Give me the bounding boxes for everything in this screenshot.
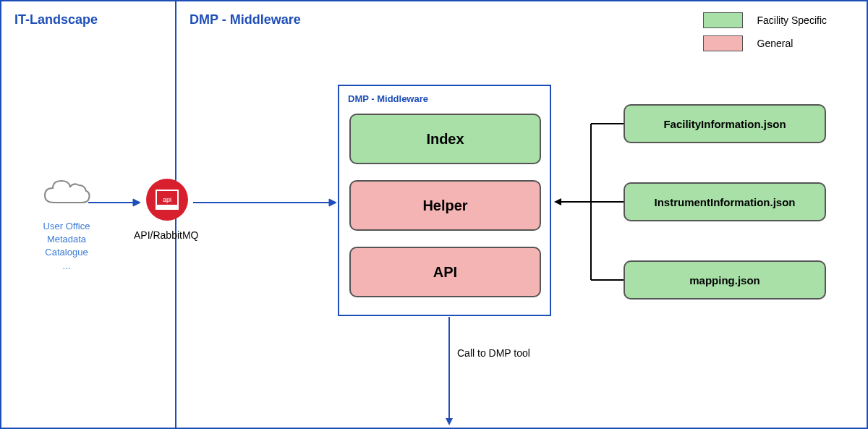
box-helper: Helper bbox=[349, 180, 541, 231]
diagram-canvas: IT-Landscape DMP - Middleware User Offic… bbox=[0, 0, 868, 429]
json-instrument-label: InstrumentInformation.json bbox=[655, 196, 796, 208]
right-section-title: DMP - Middleware bbox=[190, 12, 301, 27]
box-index: Index bbox=[349, 114, 541, 164]
box-helper-label: Helper bbox=[422, 197, 467, 214]
json-mapping-label: mapping.json bbox=[689, 274, 760, 286]
json-instrument-info: InstrumentInformation.json bbox=[624, 182, 826, 221]
cloud-icon bbox=[41, 175, 92, 211]
left-section-title: IT-Landscape bbox=[14, 12, 98, 27]
svg-marker-3 bbox=[329, 199, 336, 206]
call-to-dmp-label: Call to DMP tool bbox=[457, 347, 530, 359]
legend-label-facility: Facility Specific bbox=[757, 14, 827, 26]
legend-swatch-green bbox=[703, 12, 743, 28]
arrow-json-to-middleware bbox=[551, 121, 624, 284]
box-api: API bbox=[349, 247, 541, 297]
api-bar bbox=[157, 205, 177, 208]
api-node: api bbox=[146, 179, 188, 221]
api-inner-text: api bbox=[163, 196, 171, 203]
cloud-label-3: ... bbox=[30, 260, 103, 273]
svg-marker-1 bbox=[133, 199, 140, 206]
legend-facility-specific: Facility Specific bbox=[703, 12, 827, 28]
cloud-source: User Office Metadata Catalogue ... bbox=[30, 175, 103, 273]
json-facility-info: FacilityInformation.json bbox=[624, 104, 826, 143]
arrow-api-to-middleware bbox=[193, 195, 336, 210]
api-node-label: API/RabbitMQ bbox=[134, 229, 198, 241]
legend: Facility Specific General bbox=[703, 12, 827, 59]
arrow-cloud-to-api bbox=[88, 195, 140, 210]
middleware-container: DMP - Middleware Index Helper API bbox=[338, 85, 551, 316]
arrow-call-to-dmp bbox=[442, 317, 456, 425]
svg-marker-11 bbox=[446, 418, 453, 425]
svg-marker-5 bbox=[554, 198, 561, 205]
box-api-label: API bbox=[433, 264, 457, 281]
middleware-title: DMP - Middleware bbox=[348, 93, 428, 104]
json-facility-label: FacilityInformation.json bbox=[663, 118, 786, 130]
api-inner-icon: api bbox=[156, 190, 179, 210]
cloud-labels: User Office Metadata Catalogue ... bbox=[30, 220, 103, 273]
legend-label-general: General bbox=[757, 38, 793, 49]
cloud-label-2: Metadata Catalogue bbox=[30, 233, 103, 259]
cloud-label-1: User Office bbox=[30, 220, 103, 233]
box-index-label: Index bbox=[426, 131, 464, 148]
legend-swatch-pink bbox=[703, 35, 743, 51]
legend-general: General bbox=[703, 35, 827, 51]
json-mapping: mapping.json bbox=[624, 260, 826, 300]
